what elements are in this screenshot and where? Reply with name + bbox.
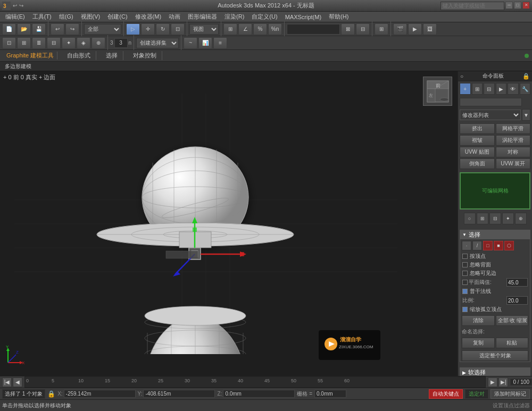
menu-create[interactable]: 创建(C) [104,12,130,21]
btn-jump-end[interactable]: ▶| [498,378,508,387]
rp-tab-modify[interactable]: ⊞ [472,83,483,95]
btn-next-frame[interactable]: ▶ [488,378,497,387]
named-selection-field[interactable] [287,24,340,35]
graphite-freeform[interactable]: 自由形式 [62,51,96,60]
tb-render-setup[interactable]: 🎬 [393,23,407,35]
viewport-select[interactable]: 创建选择集 [136,38,179,48]
cb-planar-box[interactable] [462,280,468,285]
tb2-6[interactable]: ◈ [77,37,90,49]
search-input[interactable] [440,2,504,10]
tb-select[interactable]: ▷ [126,23,140,35]
modifier-list-dropdown-btn[interactable]: ▼ [522,109,530,121]
maximize-button[interactable]: □ [514,2,521,9]
tb-layer[interactable]: ⊞ [375,23,388,35]
tb-move[interactable]: ✛ [141,23,155,35]
undo-btn[interactable]: ↩ [13,3,17,9]
tb-align[interactable]: ⊟ [356,23,370,35]
planar-value[interactable] [506,278,528,287]
select-filter[interactable]: 全部 [84,24,121,35]
btn-uvw-map[interactable]: UVW 贴图 [460,147,495,157]
channel-btn-4[interactable]: ⊕ [515,213,527,224]
btn-push[interactable]: 挤出 [460,123,495,134]
btn-prev-frame[interactable]: ◀ [13,378,22,387]
rp-tab-create[interactable]: + [460,83,471,95]
angle-field1[interactable] [114,38,128,48]
grid-value[interactable] [314,390,346,398]
soft-select-header[interactable]: ▶ 软选择 [460,368,530,376]
btn-relax[interactable]: 褶皱 [460,135,495,146]
btn-all-shrink[interactable]: 全部 收 缩展 [496,315,529,326]
tb-snap-angle[interactable]: ∠ [238,23,252,35]
mode-vert[interactable]: · [462,241,471,250]
menu-render[interactable]: 渲染(R) [221,12,247,21]
tb2-5[interactable]: ✦ [62,37,76,49]
btn-copy[interactable]: 复制 [462,338,495,348]
scale-value[interactable] [506,296,528,305]
channel-btn-0[interactable]: ○ [464,213,476,224]
rp-lock-icon[interactable]: 🔒 [522,73,530,80]
tb-new[interactable]: 📄 [2,23,16,35]
cb-ignback-box[interactable] [462,262,468,267]
cb-isolate-box[interactable] [462,307,468,312]
cb-ignvisedge-box[interactable] [462,271,468,276]
timeline-track[interactable]: 0 5 10 15 20 25 30 35 40 45 50 55 60 [24,376,486,388]
close-button[interactable]: ✕ [522,2,530,9]
tb-snap-percent[interactable]: % [253,23,267,35]
object-name-field[interactable]: OilTank001 [460,98,522,106]
menu-group[interactable]: 组(G) [56,12,77,21]
tb2-4[interactable]: ⊟ [47,37,61,49]
redo-btn[interactable]: ↪ [19,3,23,9]
tb-open[interactable]: 📂 [17,23,31,35]
btn-chamfer[interactable]: 倒角面 [460,158,495,169]
tb-mirror[interactable]: ⊠ [341,23,355,35]
tb-rotate[interactable]: ↻ [156,23,170,35]
frame-counter[interactable]: 0 / 100 [510,379,532,385]
tb-active-shade[interactable]: 🖼 [423,23,437,35]
menu-edit[interactable]: 编辑(E) [2,12,28,21]
mode-edge[interactable]: / [472,241,482,250]
graphite-freeform-btn[interactable]: 自由形式 [65,51,93,60]
btn-smooth-relax[interactable]: 涡轮平滑 [496,135,531,146]
channel-btn-3[interactable]: ✦ [502,213,514,224]
add-time-mark-btn[interactable]: 添加时间标记 [491,389,530,399]
btn-smooth-net[interactable]: 网格平滑 [496,123,531,134]
menu-view[interactable]: 视图(V) [78,12,104,21]
btn-select-all-obj[interactable]: 选定整个对象 [462,350,528,361]
tb2-3[interactable]: ≣ [32,37,46,49]
rp-tab-utility[interactable]: 🔧 [520,83,531,95]
mode-poly[interactable]: ■ [494,241,503,250]
modifier-list-select[interactable]: 修改器列表 [460,110,521,120]
tb2-more[interactable]: ≡ [213,37,227,49]
tb2-1[interactable]: ⊡ [2,37,16,49]
rp-tab-display[interactable]: 👁 [508,83,519,95]
tb-snap-spinner[interactable]: %n [268,23,282,35]
tb2-7[interactable]: ⊕ [92,37,105,49]
z-value[interactable] [223,390,295,398]
tb2-graph[interactable]: 📊 [198,37,212,49]
rp-tab-hierarchy[interactable]: ⊟ [484,83,495,95]
cb-byvert-box[interactable] [462,254,468,259]
menu-animation[interactable]: 动画 [165,12,184,21]
rp-tab-motion[interactable]: ▶ [496,83,507,95]
btn-paste[interactable]: 粘贴 [496,338,529,348]
graphite-objctrl[interactable]: 对象控制 [128,51,162,60]
btn-clear[interactable]: 清除 [462,315,495,326]
reference-coord[interactable]: 视图 [189,24,219,35]
graphite-select-btn[interactable]: 选择 [104,51,120,60]
channel-btn-2[interactable]: ⊟ [489,213,501,224]
mode-elem[interactable]: ⬡ [504,241,514,250]
tb2-2[interactable]: ⊞ [17,37,31,49]
tb2-curves[interactable]: ~ [184,37,197,49]
minimize-button[interactable]: ─ [505,2,513,9]
auto-key-btn[interactable]: 自动关键点 [429,389,463,399]
btn-jump-start[interactable]: |◀ [2,378,12,387]
graphite-select[interactable]: 选择 [101,51,123,60]
x-value[interactable] [64,390,136,398]
menu-modifier[interactable]: 修改器(M) [132,12,165,21]
menu-customize[interactable]: 自定义(U) [248,12,280,21]
cb-shownorm-box[interactable] [462,289,468,294]
nav-cube[interactable]: 前 左 [423,77,452,106]
tb-save[interactable]: 💾 [32,23,46,35]
tb-undo[interactable]: ↩ [51,23,64,35]
y-value[interactable] [143,390,215,398]
